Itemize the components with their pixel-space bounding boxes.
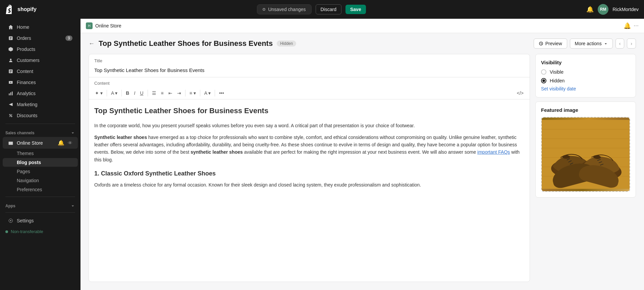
snippet-button[interactable]: ✦ ▾ xyxy=(93,89,105,97)
right-panel: Visibility Visible Hidden xyxy=(535,54,636,282)
sidebar-item-analytics-label: Analytics xyxy=(17,91,36,96)
align-button[interactable]: ≡ ▾ xyxy=(187,89,198,97)
main-content: H Online Store 🔔 ··· ← Top Synthetic Lea… xyxy=(80,19,644,290)
sidebar-item-home[interactable]: Home xyxy=(3,22,78,32)
sidebar-sub-themes[interactable]: Themes xyxy=(3,149,78,158)
sidebar-sub-pages[interactable]: Pages xyxy=(3,167,78,176)
sidebar-sub-preferences[interactable]: Preferences xyxy=(3,185,78,194)
toolbar-divider-1 xyxy=(107,90,107,96)
bullet-list-button[interactable]: ☰ xyxy=(150,89,158,97)
sidebar-item-customers[interactable]: Customers xyxy=(3,55,78,66)
sub-header-bell-icon[interactable]: 🔔 xyxy=(624,22,631,29)
toolbar-right: </> xyxy=(515,89,526,97)
ordered-list-button[interactable]: ≡ xyxy=(159,89,166,97)
outdent-button[interactable]: ⇤ xyxy=(166,89,174,97)
sidebar-item-marketing[interactable]: Marketing xyxy=(3,99,78,110)
editor-link[interactable]: important FAQs xyxy=(477,149,510,155)
visible-label: Visible xyxy=(550,69,564,75)
visibility-hidden-option[interactable]: Hidden xyxy=(541,78,630,83)
more-actions-label: More actions xyxy=(575,41,602,46)
top-navigation: shopify Unsaved changes Discard Save 🔔 R… xyxy=(0,0,644,19)
toolbar-divider-3 xyxy=(148,90,148,96)
font-size-button[interactable]: A ▾ xyxy=(109,89,119,97)
sub-header-actions: 🔔 ··· xyxy=(624,22,639,29)
title-input[interactable] xyxy=(89,65,530,77)
sales-channels-section: Sales channels xyxy=(0,127,80,137)
page-title: Top Synthetic Leather Shoes for Business… xyxy=(99,39,273,48)
sidebar-divider-2 xyxy=(5,197,75,197)
sidebar-item-settings-label: Settings xyxy=(17,218,34,223)
apps-label: Apps xyxy=(5,204,15,208)
svg-rect-4 xyxy=(10,92,11,95)
font-color-button[interactable]: A ▾ xyxy=(202,89,213,97)
svg-point-7 xyxy=(11,116,12,117)
store-breadcrumb: H Online Store xyxy=(86,22,121,29)
sidebar-item-discounts[interactable]: Discounts xyxy=(3,110,78,121)
hidden-radio-inner xyxy=(542,79,545,82)
unsaved-changes-indicator: Unsaved changes xyxy=(257,4,311,14)
sidebar-item-content[interactable]: Content xyxy=(3,66,78,77)
editor-para1: In the corporate world, how you present … xyxy=(94,122,524,129)
apps-section: Apps xyxy=(0,200,80,210)
editor-para3: Oxfords are a timeless choice for any fo… xyxy=(94,181,524,189)
sidebar-sub-navigation[interactable]: Navigation xyxy=(3,176,78,185)
notification-icon[interactable]: 🔔 xyxy=(586,6,594,13)
sidebar-divider-3 xyxy=(5,212,75,213)
username: RickMortdev xyxy=(612,7,639,12)
editor-heading: Top Synthetic Leather Shoes for Business… xyxy=(94,105,524,117)
svg-rect-8 xyxy=(9,142,13,145)
sidebar-sub-blog-posts[interactable]: Blog posts xyxy=(3,158,78,167)
visibility-visible-option[interactable]: Visible xyxy=(541,69,630,75)
indent-button[interactable]: ⇥ xyxy=(175,89,183,97)
svg-rect-5 xyxy=(12,91,12,95)
set-visibility-date-link[interactable]: Set visibility date xyxy=(541,86,576,91)
sidebar-item-products[interactable]: Products xyxy=(3,44,78,55)
sidebar-item-online-store[interactable]: Online Store 🔔 👁 xyxy=(3,137,78,149)
editor-para2-end: available that are perfect for making th… xyxy=(243,149,477,155)
sidebar-item-home-label: Home xyxy=(17,24,29,30)
editor-body[interactable]: Top Synthetic Leather Shoes for Business… xyxy=(89,99,530,282)
eye-icon: 👁 xyxy=(68,140,72,146)
sidebar-item-customers-label: Customers xyxy=(17,58,40,63)
page-header-actions: Preview More actions ‹ › xyxy=(534,39,636,49)
hidden-label: Hidden xyxy=(550,78,565,83)
sub-header-more-icon[interactable]: ··· xyxy=(634,22,639,29)
sidebar-item-analytics[interactable]: Analytics xyxy=(3,88,78,99)
brand-name: shopify xyxy=(17,6,37,12)
italic-button[interactable]: I xyxy=(132,89,137,97)
sidebar-item-online-store-label: Online Store xyxy=(17,140,43,146)
page-header: ← Top Synthetic Leather Shoes for Busine… xyxy=(80,33,644,54)
bold-button[interactable]: B xyxy=(124,89,131,97)
unsaved-dot xyxy=(263,8,265,11)
more-button[interactable]: ••• xyxy=(217,89,226,97)
back-button[interactable]: ← xyxy=(89,40,95,47)
svg-rect-10 xyxy=(542,120,630,189)
sidebar-item-orders[interactable]: Orders 9 xyxy=(3,33,78,44)
store-name: Online Store xyxy=(95,23,121,28)
avatar[interactable]: RM xyxy=(598,4,608,15)
editor-para2: Synthetic leather shoes have emerged as … xyxy=(94,134,524,164)
toolbar-divider-5 xyxy=(200,90,200,96)
sidebar-item-content-label: Content xyxy=(17,69,33,74)
top-nav-center: Unsaved changes Discard Save xyxy=(41,4,582,14)
editor-bold1: Synthetic leather shoes xyxy=(94,135,147,140)
more-actions-button[interactable]: More actions xyxy=(570,39,613,49)
editor-subheading: 1. Classic Oxford Synthetic Leather Shoe… xyxy=(94,169,524,178)
editor-panel: Title Content ✦ ▾ A ▾ B I U ☰ ≡ ⇤ ⇥ xyxy=(89,54,530,282)
underline-button[interactable]: U xyxy=(138,89,145,97)
discard-button[interactable]: Discard xyxy=(316,4,341,14)
featured-image-title: Featured image xyxy=(541,107,630,113)
code-button[interactable]: </> xyxy=(515,89,526,97)
sidebar-item-finances[interactable]: Finances xyxy=(3,77,78,88)
next-button[interactable]: › xyxy=(627,39,636,49)
save-button[interactable]: Save xyxy=(345,5,366,14)
editor-para1-text: In the corporate world, how you present … xyxy=(94,123,415,128)
preview-button[interactable]: Preview xyxy=(534,39,567,49)
featured-image-card: Featured image xyxy=(535,101,636,198)
visibility-title: Visibility xyxy=(541,60,630,65)
sidebar-item-settings[interactable]: Settings xyxy=(3,215,78,226)
prev-button[interactable]: ‹ xyxy=(615,39,625,49)
featured-image-area[interactable] xyxy=(541,117,630,192)
preview-label: Preview xyxy=(545,41,562,46)
unsaved-label: Unsaved changes xyxy=(268,7,306,12)
